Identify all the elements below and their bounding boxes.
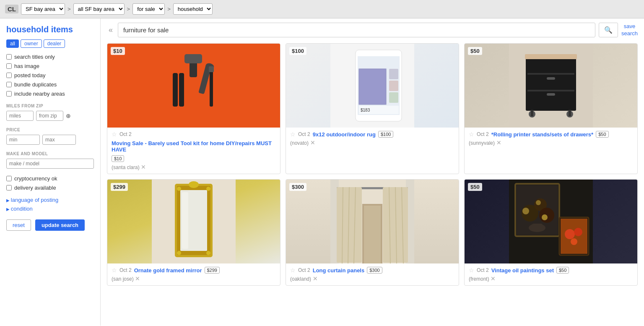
checkbox-bundle-duplicates-input[interactable]	[6, 82, 12, 87]
miles-label: MILES FROM ZIP	[6, 104, 94, 108]
remove-button[interactable]: ✕	[141, 164, 146, 170]
location1-select[interactable]: SF bay area	[21, 3, 65, 15]
svg-rect-21	[527, 90, 574, 91]
star-icon[interactable]: ☆	[290, 131, 296, 138]
arrow3: >	[167, 6, 171, 12]
expandable-language[interactable]: language of posting	[6, 197, 94, 203]
checkbox-bundle-duplicates[interactable]: bundle duplicates	[6, 81, 94, 88]
category1-select[interactable]: for sale	[132, 3, 165, 15]
checkbox-search-titles[interactable]: search titles only	[6, 54, 94, 60]
listing-card[interactable]: $50	[464, 179, 638, 286]
star-icon[interactable]: ☆	[469, 267, 474, 274]
checkbox-delivery-input[interactable]	[6, 185, 12, 190]
checkbox-nearby-areas[interactable]: include nearby areas	[6, 91, 94, 97]
listing-location-row: (fremont) ✕	[469, 275, 633, 282]
price-label: PRICE	[6, 128, 94, 132]
svg-rect-33	[182, 192, 188, 249]
listing-date: Oct 2	[119, 267, 132, 273]
reset-button[interactable]: reset	[6, 219, 31, 231]
checkbox-nearby-areas-input[interactable]	[6, 91, 12, 96]
star-icon[interactable]: ☆	[112, 267, 117, 274]
svg-point-59	[539, 208, 554, 223]
svg-point-60	[522, 208, 529, 214]
make-model-input[interactable]	[6, 159, 94, 169]
price-max-input[interactable]	[42, 135, 76, 145]
listing-location: (san jose)	[112, 276, 134, 282]
star-icon[interactable]: ☆	[112, 131, 117, 138]
remove-button[interactable]: ✕	[313, 275, 318, 282]
listing-title[interactable]: Vintage oil paintings set	[491, 267, 554, 274]
location-icon[interactable]: ⊕	[66, 112, 71, 119]
listing-image	[465, 44, 637, 128]
checkbox-search-titles-input[interactable]	[6, 54, 12, 60]
price-badge: $300	[289, 183, 306, 191]
arrow2: >	[127, 6, 130, 12]
star-icon[interactable]: ☆	[290, 267, 296, 274]
listing-meta: ☆ Oct 2 Vintage oil paintings set $50	[469, 267, 633, 274]
svg-point-61	[536, 200, 541, 205]
inline-price: $50	[596, 131, 608, 138]
update-search-button[interactable]: update search	[35, 219, 85, 231]
svg-rect-19	[526, 56, 576, 111]
price-badge: $100	[289, 47, 306, 55]
search-button[interactable]: 🔍	[599, 23, 618, 37]
svg-rect-4	[173, 73, 178, 107]
checkbox-crypto[interactable]: cryptocurrency ok	[6, 175, 94, 182]
topbar: CL SF bay area > all SF bay area > for s…	[0, 0, 644, 18]
svg-point-62	[542, 214, 548, 220]
checkbox-has-image-input[interactable]	[6, 63, 12, 69]
cl-logo: CL	[5, 5, 18, 13]
miles-input[interactable]	[6, 111, 34, 121]
checkbox-delivery[interactable]: delivery available	[6, 185, 94, 191]
category2-select[interactable]: household	[173, 3, 213, 15]
listing-location: (novato)	[290, 140, 309, 146]
make-label: MAKE AND MODEL	[6, 151, 94, 156]
tab-all[interactable]: all	[6, 39, 19, 48]
svg-rect-13	[389, 69, 398, 79]
remove-button[interactable]: ✕	[310, 139, 315, 146]
price-min-input[interactable]	[6, 135, 40, 145]
filter-tabs: all owner dealer	[6, 39, 94, 48]
location2-select[interactable]: all SF bay area	[73, 3, 125, 15]
checkbox-has-image[interactable]: has image	[6, 63, 94, 69]
save-search-button[interactable]: savesearch	[621, 23, 638, 37]
svg-rect-24	[547, 93, 555, 96]
arrow1: >	[68, 6, 71, 12]
expandable-condition[interactable]: condition	[6, 206, 94, 212]
sidebar: household items all owner dealer search …	[0, 18, 101, 326]
svg-rect-51	[362, 204, 382, 206]
listing-title[interactable]: Ornate gold framed mirror	[134, 267, 202, 274]
listing-location: (fremont)	[469, 276, 489, 282]
remove-button[interactable]: ✕	[496, 139, 501, 146]
search-input[interactable]	[118, 23, 595, 37]
checkbox-posted-today-input[interactable]	[6, 73, 12, 78]
tab-dealer[interactable]: dealer	[44, 39, 65, 48]
checkbox-posted-today[interactable]: posted today	[6, 72, 94, 78]
miles-row: ⊕	[6, 111, 94, 121]
listing-meta: ☆ Oct 2 Ornate gold framed mirror $299	[112, 267, 276, 274]
star-icon[interactable]: ☆	[469, 131, 474, 138]
remove-button[interactable]: ✕	[135, 275, 140, 282]
svg-point-68	[565, 229, 575, 239]
sidebar-buttons: reset update search	[6, 219, 94, 231]
listing-title[interactable]: Moving Sale - Barely used Tool kit for h…	[112, 140, 276, 153]
listing-title[interactable]: 9x12 outdoor/indoor rug	[313, 131, 376, 138]
listing-title[interactable]: Long curtain panels	[313, 267, 365, 274]
inline-price: $10	[112, 155, 124, 162]
checkbox-crypto-input[interactable]	[6, 176, 12, 181]
listing-image	[107, 44, 280, 128]
listing-card[interactable]: $300	[286, 179, 459, 286]
listing-card[interactable]: $299	[107, 179, 280, 286]
inline-price: $299	[205, 267, 220, 274]
listing-card[interactable]: $100	[286, 43, 459, 174]
zip-input[interactable]	[36, 111, 63, 121]
listing-card[interactable]: $10	[107, 43, 280, 174]
listing-card[interactable]: $50	[464, 43, 638, 174]
collapse-button[interactable]: «	[107, 26, 114, 34]
listing-title[interactable]: *Rolling printer stands/sets of drawers*	[491, 131, 593, 138]
tab-owner[interactable]: owner	[21, 39, 42, 48]
svg-rect-28	[569, 110, 571, 116]
price-badge: $50	[468, 183, 482, 191]
remove-button[interactable]: ✕	[491, 275, 496, 282]
page-title: household items	[6, 25, 94, 34]
